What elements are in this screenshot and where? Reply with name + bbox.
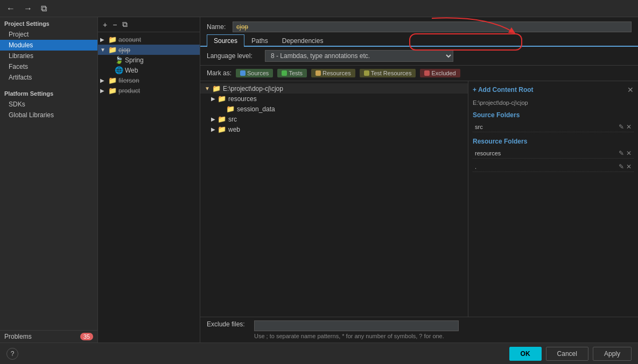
session-folder-icon: 📁 bbox=[226, 105, 235, 113]
tab-dependencies[interactable]: Dependencies bbox=[275, 34, 331, 47]
tests-label: Tests bbox=[289, 70, 303, 76]
sidebar-item-facets[interactable]: Facets bbox=[0, 61, 97, 72]
lang-label: Language level: bbox=[207, 52, 261, 60]
src-arrow-icon: ▶ bbox=[211, 116, 215, 122]
excluded-label: Excluded bbox=[431, 70, 455, 76]
resources-dot bbox=[316, 70, 321, 76]
chevron-right-icon: ▶ bbox=[100, 77, 107, 83]
exclude-row: Exclude files: Use ; to separate name pa… bbox=[200, 317, 638, 342]
lang-row: Language level: 8 - Lambdas, type annota… bbox=[200, 47, 638, 66]
tree-toolbar: + − ⧉ bbox=[98, 17, 200, 32]
apply-button[interactable]: Apply bbox=[593, 347, 632, 361]
root-path: E:\project\dop-cj\cjop bbox=[223, 85, 283, 92]
mark-resources-button[interactable]: Resources bbox=[311, 69, 355, 77]
chevron-right-icon: ▶ bbox=[100, 37, 107, 42]
edit-src-icon[interactable]: ✎ bbox=[619, 123, 624, 131]
sidebar: Project Settings Project Modules Librari… bbox=[0, 17, 98, 342]
web-icon: 🌐 bbox=[115, 66, 123, 74]
source-folder-src: src ✎ ✕ bbox=[473, 122, 634, 132]
web-label: web bbox=[228, 126, 240, 133]
ok-button[interactable]: OK bbox=[509, 347, 542, 361]
sources-label: Sources bbox=[247, 70, 269, 76]
tree-item-web[interactable]: 🌐 Web bbox=[98, 65, 200, 75]
resources-folder-name: resources bbox=[475, 150, 616, 156]
panel-close-button[interactable]: ✕ bbox=[627, 85, 634, 94]
resource-folder-resources: resources ✎ ✕ bbox=[473, 148, 634, 159]
main-layout: Project Settings Project Modules Librari… bbox=[0, 17, 638, 342]
content-panel: Name: Sources Paths Dependencies Languag bbox=[200, 17, 638, 342]
forward-button[interactable]: → bbox=[22, 3, 34, 15]
cancel-button[interactable]: Cancel bbox=[546, 347, 588, 361]
sidebar-problems[interactable]: Problems 35 bbox=[0, 330, 97, 342]
name-label: Name: bbox=[207, 23, 228, 31]
tab-paths[interactable]: Paths bbox=[244, 34, 275, 47]
back-button[interactable]: ← bbox=[4, 3, 17, 15]
exclude-column: Use ; to separate name patterns, * for a… bbox=[254, 320, 459, 339]
sidebar-item-artifacts[interactable]: Artifacts bbox=[0, 72, 97, 83]
test-resources-dot bbox=[364, 70, 369, 76]
src-folder-name: src bbox=[475, 124, 616, 130]
file-tree-area: ▼ 📁 E:\project\dop-cj\cjop ▶ 📁 resources… bbox=[200, 81, 468, 317]
copy-button[interactable]: ⧉ bbox=[39, 3, 49, 15]
mark-test-resources-button[interactable]: Test Resources bbox=[360, 69, 416, 77]
tree-item-cjop[interactable]: ▼ 📁 cjop bbox=[98, 45, 200, 55]
split-area: ▼ 📁 E:\project\dop-cj\cjop ▶ 📁 resources… bbox=[200, 81, 638, 317]
file-tree-session-data[interactable]: 📁 session_data bbox=[200, 104, 468, 114]
sidebar-item-project[interactable]: Project bbox=[0, 29, 97, 40]
src-folder-icon: 📁 bbox=[218, 115, 226, 123]
module-red-icon: 📁 bbox=[108, 87, 117, 95]
edit-resources-icon[interactable]: ✎ bbox=[619, 149, 624, 157]
mark-as-label: Mark as: bbox=[207, 69, 232, 77]
source-root-path: E:\project\dop-cj\cjop bbox=[473, 99, 634, 106]
sidebar-item-sdks[interactable]: SDKs bbox=[0, 99, 97, 110]
root-folder-icon: 📁 bbox=[212, 84, 221, 92]
chevron-down-icon: ▼ bbox=[100, 47, 107, 53]
remove-src-icon[interactable]: ✕ bbox=[626, 123, 632, 131]
sidebar-item-libraries[interactable]: Libraries bbox=[0, 51, 97, 61]
exclude-label: Exclude files: bbox=[207, 320, 250, 328]
mark-tests-button[interactable]: Tests bbox=[277, 69, 307, 77]
sidebar-item-global-libraries[interactable]: Global Libraries bbox=[0, 110, 97, 120]
dot-folder-name: . bbox=[475, 163, 616, 170]
excluded-dot bbox=[424, 70, 430, 76]
remove-dot-icon[interactable]: ✕ bbox=[626, 163, 632, 170]
exclude-hint: Use ; to separate name patterns, * for a… bbox=[254, 333, 459, 339]
source-panel: + Add Content Root ✕ E:\project\dop-cj\c… bbox=[468, 81, 638, 317]
module-tree: ▶ 📁 account ▼ 📁 cjop 🍃 Spring 🌐 Web bbox=[98, 32, 200, 342]
tree-add-button[interactable]: + bbox=[101, 20, 109, 30]
source-folders-title: Source Folders bbox=[473, 111, 634, 119]
tree-copy-button[interactable]: ⧉ bbox=[121, 19, 129, 30]
resources-label: resources bbox=[228, 95, 257, 103]
file-tree-resources[interactable]: ▶ 📁 resources bbox=[200, 94, 468, 104]
file-tree-web[interactable]: ▶ 📁 web bbox=[200, 124, 468, 134]
name-input[interactable] bbox=[233, 22, 632, 32]
help-button[interactable]: ? bbox=[6, 348, 18, 360]
tree-item-account[interactable]: ▶ 📁 account bbox=[98, 34, 200, 45]
lang-select[interactable]: 8 - Lambdas, type annotations etc. 7 - D… bbox=[265, 50, 453, 62]
tab-sources[interactable]: Sources bbox=[207, 34, 244, 47]
tree-item-product[interactable]: ▶ 📁 product bbox=[98, 85, 200, 96]
tree-item-filerson[interactable]: ▶ 📁 filerson bbox=[98, 75, 200, 85]
resource-folders-title: Resource Folders bbox=[473, 138, 634, 145]
problems-label: Problems bbox=[4, 333, 32, 340]
src-label: src bbox=[228, 116, 237, 123]
file-tree-src[interactable]: ▶ 📁 src bbox=[200, 114, 468, 124]
web-folder-icon: 📁 bbox=[218, 125, 226, 133]
add-content-root-button[interactable]: + Add Content Root bbox=[473, 86, 534, 94]
mark-row: Mark as: Sources Tests Resources Test Re… bbox=[200, 66, 638, 81]
mark-excluded-button[interactable]: Excluded bbox=[420, 69, 460, 77]
edit-dot-icon[interactable]: ✎ bbox=[619, 163, 624, 170]
remove-resources-icon[interactable]: ✕ bbox=[626, 149, 632, 157]
file-tree-root[interactable]: ▼ 📁 E:\project\dop-cj\cjop bbox=[200, 83, 468, 94]
tree-item-spring[interactable]: 🍃 Spring bbox=[98, 55, 200, 65]
problems-badge: 35 bbox=[80, 333, 93, 340]
tree-remove-button[interactable]: − bbox=[111, 20, 118, 30]
project-settings-title: Project Settings bbox=[0, 17, 97, 29]
exclude-input[interactable] bbox=[254, 320, 459, 331]
mark-sources-button[interactable]: Sources bbox=[236, 69, 273, 77]
platform-settings-title: Platform Settings bbox=[0, 87, 97, 99]
sidebar-item-modules[interactable]: Modules bbox=[0, 40, 97, 51]
toolbar: ← → ⧉ bbox=[0, 0, 638, 17]
root-arrow-icon: ▼ bbox=[205, 85, 210, 91]
resource-folder-dot: . ✎ ✕ bbox=[473, 162, 634, 172]
